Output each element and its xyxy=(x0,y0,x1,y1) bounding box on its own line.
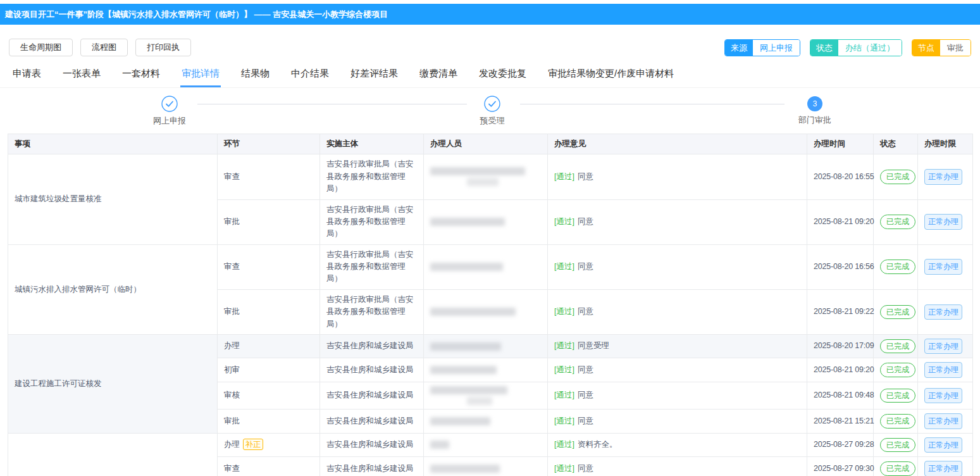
opinion-cell: [通过]同意 xyxy=(548,382,807,410)
limit-cell: 正常办理 xyxy=(918,199,973,244)
table-row: 建设工程施工许可证核发办理吉安县住房和城乡建设局[通过]同意受理2025-08-… xyxy=(8,334,973,358)
flowchart-button[interactable]: 流程图 xyxy=(80,39,128,56)
agency-cell: 吉安县住房和城乡建设局 xyxy=(320,433,424,457)
opinion-cell: [通过]同意 xyxy=(548,358,807,382)
pass-label: [通过] xyxy=(554,217,574,226)
source-tag-group: 来源网上申报 xyxy=(724,39,800,56)
opinion-cell: [通过]同意 xyxy=(548,244,807,289)
pass-label: [通过] xyxy=(554,440,574,449)
redacted-operator-name xyxy=(430,386,507,394)
pass-label: [通过] xyxy=(554,365,574,374)
redacted-operator-name xyxy=(430,218,505,226)
node-tag-label: 节点 xyxy=(912,40,940,56)
pass-label: [通过] xyxy=(554,341,574,350)
status-badge: 已完成 xyxy=(880,260,915,274)
table-header-row: 事项环节实施主体办理人员办理意见办理时间状态办理时限 xyxy=(8,134,973,154)
step-label: 网上申报 xyxy=(125,115,214,127)
step-cell: 办理补正 xyxy=(218,433,320,457)
operator-cell xyxy=(424,382,548,410)
page-header: 建设项目开工“一件事”阶段【城镇污水排入排水管网许可（临时）】 —— 吉安县城关… xyxy=(0,4,980,25)
step-1: 预受理 xyxy=(448,96,537,127)
status-tag-group: 状态办结（通过） xyxy=(810,39,902,56)
column-header: 状态 xyxy=(874,134,918,154)
print-receipt-button[interactable]: 打印回执 xyxy=(135,39,191,56)
limit-cell: 正常办理 xyxy=(918,334,973,358)
time-cell: 2025-08-20 17:09 xyxy=(807,334,874,358)
status-cell: 已完成 xyxy=(874,433,918,457)
step-cell: 初审 xyxy=(218,358,320,382)
step-number-badge: 3 xyxy=(807,96,822,111)
redacted-operator-name xyxy=(430,263,503,271)
status-cell: 已完成 xyxy=(874,289,918,334)
column-header: 事项 xyxy=(8,134,218,154)
step-0: 网上申报 xyxy=(125,96,214,127)
agency-cell: 吉安县行政审批局（吉安县政务服务和数据管理局） xyxy=(320,154,424,199)
status-badge: 已完成 xyxy=(880,389,915,403)
page-title: 建设项目开工“一件事”阶段【城镇污水排入排水管网许可（临时）】 —— 吉安县城关… xyxy=(5,9,388,19)
limit-cell: 正常办理 xyxy=(918,457,973,476)
toolbar-tags: 来源网上申报状态办结（通过）节点审批 xyxy=(715,39,971,56)
column-header: 办理时限 xyxy=(918,134,973,154)
correction-tag: 补正 xyxy=(243,439,263,450)
tab-6[interactable]: 好差评结果 xyxy=(349,68,399,87)
column-header: 环节 xyxy=(218,134,320,154)
opinion-cell: [通过]同意 xyxy=(548,410,807,434)
status-cell: 已完成 xyxy=(874,358,918,382)
table-row: 城镇污水排入排水管网许可（临时）审查吉安县行政审批局（吉安县政务服务和数据管理局… xyxy=(8,244,973,289)
time-limit-tag: 正常办理 xyxy=(924,169,962,185)
tab-3[interactable]: 审批详情 xyxy=(180,68,221,87)
tab-8[interactable]: 发改委批复 xyxy=(478,68,528,87)
redacted-operator-name xyxy=(430,441,449,449)
limit-cell: 正常办理 xyxy=(918,382,973,410)
status-badge: 已完成 xyxy=(880,438,915,453)
redacted-operator-name xyxy=(430,366,497,374)
tab-9[interactable]: 审批结果物变更/作废申请材料 xyxy=(547,68,675,87)
pass-label: [通过] xyxy=(554,172,574,181)
node-tag-value: 审批 xyxy=(940,40,971,56)
agency-cell: 吉安县住房和城乡建设局 xyxy=(320,410,424,434)
tab-0[interactable]: 申请表 xyxy=(11,68,42,87)
source-tag-value: 网上申报 xyxy=(753,40,800,56)
time-cell: 2025-08-20 16:56 xyxy=(807,244,874,289)
approval-table: 事项环节实施主体办理人员办理意见办理时间状态办理时限 城市建筑垃圾处置量核准审查… xyxy=(8,134,973,476)
time-limit-tag: 正常办理 xyxy=(924,259,962,275)
tab-7[interactable]: 缴费清单 xyxy=(418,68,459,87)
operator-cell xyxy=(424,433,548,457)
status-badge: 已完成 xyxy=(880,170,915,184)
time-cell: 2025-08-20 16:55 xyxy=(807,154,874,199)
time-limit-tag: 正常办理 xyxy=(924,362,962,378)
status-tag-value: 办结（通过） xyxy=(838,40,902,56)
stepper-connector-line xyxy=(520,104,785,104)
redacted-operator-name xyxy=(467,397,492,405)
limit-cell: 正常办理 xyxy=(918,358,973,382)
status-tag-label: 状态 xyxy=(810,40,838,56)
status-badge: 已完成 xyxy=(880,363,915,377)
item-cell: 城镇污水排入排水管网许可（临时） xyxy=(8,244,218,334)
step-label: 部门审批 xyxy=(771,115,859,126)
time-cell: 2025-08-27 09:30 xyxy=(807,457,874,476)
lifecycle-diagram-button[interactable]: 生命周期图 xyxy=(9,39,73,56)
tab-5[interactable]: 中介结果 xyxy=(290,68,330,87)
pass-label: [通过] xyxy=(554,464,574,473)
operator-cell xyxy=(424,154,548,199)
agency-cell: 吉安县住房和城乡建设局 xyxy=(320,457,424,476)
time-cell: 2025-08-21 09:48 xyxy=(807,382,874,410)
pass-label: [通过] xyxy=(554,262,574,271)
tab-2[interactable]: 一套材料 xyxy=(121,68,161,87)
opinion-cell: [通过]资料齐全。 xyxy=(548,433,807,457)
tab-1[interactable]: 一张表单 xyxy=(61,68,102,87)
tab-4[interactable]: 结果物 xyxy=(240,68,271,87)
limit-cell: 正常办理 xyxy=(918,289,973,334)
time-limit-tag: 正常办理 xyxy=(924,413,962,429)
step-cell: 审批 xyxy=(218,289,320,334)
redacted-operator-name xyxy=(467,178,499,186)
redacted-operator-name xyxy=(430,417,490,425)
step-cell: 审核 xyxy=(218,382,320,410)
status-cell: 已完成 xyxy=(874,410,918,434)
opinion-cell: [通过]同意受理 xyxy=(548,334,807,358)
status-badge: 已完成 xyxy=(880,305,915,320)
step-cell: 审查 xyxy=(218,244,320,289)
redacted-operator-name xyxy=(430,308,516,316)
status-cell: 已完成 xyxy=(874,382,918,410)
column-header: 实施主体 xyxy=(320,134,424,154)
